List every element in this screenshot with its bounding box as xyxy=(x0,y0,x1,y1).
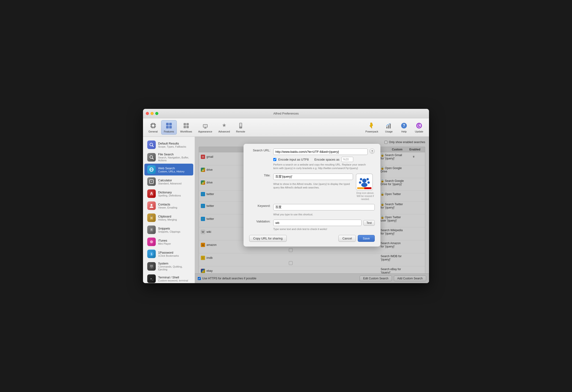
test-button[interactable]: Test xyxy=(363,220,375,226)
validation-hint: Type some text and click test to check i… xyxy=(273,228,375,231)
sidebar-subtitle-dictionary: Spelling, Definitions xyxy=(158,194,181,197)
appearance-icon xyxy=(202,122,209,130)
svg-rect-7 xyxy=(169,123,172,125)
baidu-logo-icon xyxy=(357,175,371,189)
svg-rect-17 xyxy=(204,128,207,129)
svg-point-1 xyxy=(152,124,154,127)
sidebar-title-1password: 1Password xyxy=(158,251,179,254)
sidebar-text-contacts: Contacts Viewer, Emailing xyxy=(158,203,177,209)
keyword-input[interactable]: 百度 xyxy=(273,204,375,211)
sidebar-item-system[interactable]: System Commands, Quitting, Ejecting xyxy=(144,260,193,273)
calculator-icon: + xyxy=(147,177,156,186)
file-search-icon xyxy=(147,153,156,162)
close-button[interactable] xyxy=(146,112,149,115)
toolbar-features[interactable]: Features xyxy=(161,120,176,135)
toolbar-general[interactable]: General xyxy=(146,120,160,135)
sidebar-title-web-search: Web Search xyxy=(158,166,185,170)
advanced-icon xyxy=(220,122,228,130)
encode-spaces-input[interactable]: %20 xyxy=(341,157,353,162)
validation-input[interactable]: wb xyxy=(273,220,362,226)
toolbar: General Features xyxy=(143,118,429,137)
title-bar: Alfred Preferences xyxy=(143,109,429,118)
search-url-input[interactable]: http://www.baidu.com/s?ie=UTF-8&wd={quer… xyxy=(273,148,368,155)
svg-rect-4 xyxy=(150,125,151,126)
workflows-label: Workflows xyxy=(180,130,192,133)
validation-label: Validation: xyxy=(249,220,270,223)
keyword-hint: What you type to use this shortcut. xyxy=(273,213,375,216)
toolbar-right: Powerpack Usage ? xyxy=(363,120,426,135)
svg-rect-41 xyxy=(151,216,152,216)
help-button[interactable]: ? xyxy=(369,148,375,154)
toolbar-powerpack[interactable]: Powerpack xyxy=(363,120,381,135)
sidebar-item-contacts[interactable]: Contacts Viewer, Emailing xyxy=(144,200,193,212)
edit-search-modal: Search URL: http://www.baidu.com/s?ie=UT… xyxy=(243,144,380,246)
minimize-button[interactable] xyxy=(151,112,154,115)
encode-spaces-label: Encode spaces as xyxy=(314,158,339,161)
general-icon xyxy=(149,122,157,130)
encode-utf8-checkbox[interactable] xyxy=(273,158,276,161)
update-icon xyxy=(415,122,423,130)
modal-buttons: Copy URL for sharing Cancel Save xyxy=(249,235,375,242)
sidebar-title-file-search: File Search xyxy=(158,153,191,156)
sidebar-text-dictionary: Dictionary Spelling, Definitions xyxy=(158,191,181,197)
toolbar-update[interactable]: Update xyxy=(412,120,426,135)
toolbar-workflows[interactable]: Workflows xyxy=(178,120,195,135)
copy-url-button[interactable]: Copy URL for sharing xyxy=(249,235,287,242)
toolbar-appearance[interactable]: Appearance xyxy=(196,120,215,135)
contacts-icon xyxy=(147,201,156,210)
svg-rect-11 xyxy=(186,123,189,125)
svg-text:+: + xyxy=(151,180,152,183)
sidebar-text-1password: 1Password 1Click Bookmarks xyxy=(158,251,179,257)
toolbar-remote[interactable]: Remote xyxy=(233,120,248,135)
sidebar-subtitle-default-results: Scope, Types, Fallbacks xyxy=(158,145,186,148)
sidebar-item-itunes[interactable]: iTunes Mini Player xyxy=(144,236,193,248)
keyword-label: Keyword: xyxy=(249,204,270,208)
svg-rect-3 xyxy=(153,128,153,129)
toolbar-help[interactable]: ? Help xyxy=(397,120,411,135)
svg-text:?: ? xyxy=(403,124,405,128)
sidebar-item-clipboard[interactable]: Clipboard History, Merging xyxy=(144,212,193,224)
powerpack-icon xyxy=(368,122,376,130)
features-icon xyxy=(165,122,173,130)
sidebar-item-snippets[interactable]: Snippets Snippets, Clippings xyxy=(144,224,193,236)
content-area: Only show enabled searches Custom Enable… xyxy=(195,137,429,283)
remote-label: Remote xyxy=(236,130,245,133)
svg-point-62 xyxy=(367,181,370,184)
title-input[interactable]: 百度'{query}' xyxy=(273,174,353,180)
sidebar-text-itunes: iTunes Mini Player xyxy=(158,239,171,245)
help-icon: ? xyxy=(400,122,408,130)
svg-point-63 xyxy=(361,183,367,187)
save-button[interactable]: Save xyxy=(358,235,375,242)
icon-area: Drop icon above. Will be resized if need… xyxy=(356,174,375,201)
svg-rect-15 xyxy=(203,125,207,127)
sidebar-item-1password[interactable]: 1 1Password 1Click Bookmarks xyxy=(144,248,193,260)
maximize-button[interactable] xyxy=(155,112,158,115)
sidebar-text-web-search: Web Search Custom, URLs, History xyxy=(158,166,185,173)
sidebar-title-itunes: iTunes xyxy=(158,239,171,242)
sidebar-text-file-search: File Search Search, Navigation, Buffer, … xyxy=(158,153,191,162)
sidebar-item-file-search[interactable]: File Search Search, Navigation, Buffer, … xyxy=(144,151,193,163)
sidebar: Default Results Scope, Types, Fallbacks … xyxy=(143,137,195,283)
sidebar-item-dictionary[interactable]: A Dictionary Spelling, Definitions xyxy=(144,188,193,199)
sidebar-item-terminal[interactable]: >_ Terminal / Shell Custom keyword, term… xyxy=(144,273,193,283)
sidebar-item-calculator[interactable]: + Calculator Standard, Advanced xyxy=(144,176,193,187)
sidebar-item-web-search[interactable]: Web Search Custom, URLs, History xyxy=(144,164,193,176)
sidebar-title-default-results: Default Results xyxy=(158,142,186,145)
toolbar-usage[interactable]: Usage xyxy=(382,120,396,135)
features-label: Features xyxy=(164,130,174,133)
toolbar-advanced[interactable]: Advanced xyxy=(216,120,232,135)
title-content: 百度'{query}' What to show in the Alfred r… xyxy=(273,174,353,190)
cancel-button[interactable]: Cancel xyxy=(338,235,356,242)
keyword-content: 百度 What you type to use this shortcut. xyxy=(273,204,375,216)
svg-point-59 xyxy=(360,178,362,180)
encode-utf8-label: Encode input as UTF8 xyxy=(278,158,309,161)
icon-drop-box[interactable] xyxy=(356,174,373,191)
system-icon xyxy=(147,262,156,271)
modal-url-content: http://www.baidu.com/s?ie=UTF-8&wd={quer… xyxy=(273,148,368,170)
web-search-icon xyxy=(147,165,156,174)
sidebar-subtitle-web-search: Custom, URLs, History xyxy=(158,170,185,173)
sidebar-title-calculator: Calculator xyxy=(158,179,181,182)
sidebar-item-default-results[interactable]: Default Results Scope, Types, Fallbacks xyxy=(144,139,193,151)
sidebar-title-dictionary: Dictionary xyxy=(158,191,181,194)
usage-icon xyxy=(385,122,393,130)
